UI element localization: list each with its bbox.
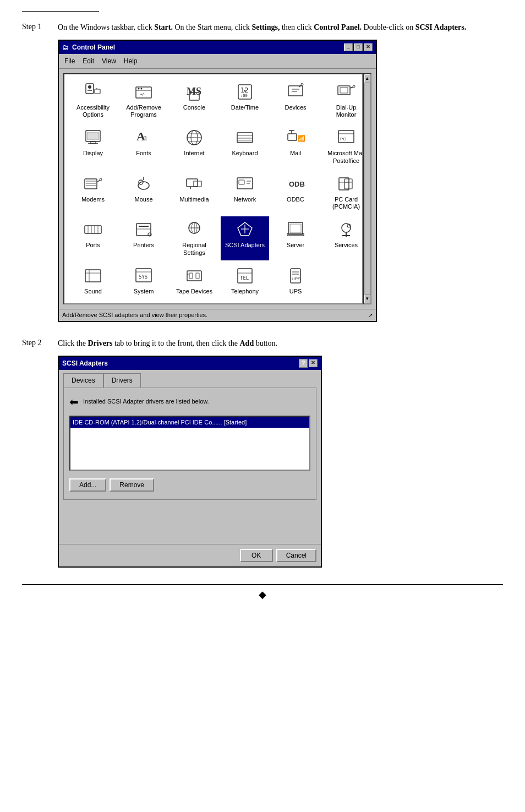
titlebar-text: Control Panel bbox=[72, 42, 115, 52]
cp-item-multimedia[interactable]: Multimedia bbox=[170, 171, 218, 214]
cp-item-odbc[interactable]: ODBCODBC bbox=[271, 171, 320, 214]
maximize-button[interactable]: □ bbox=[354, 43, 363, 51]
step1-block: Step 1 On the Windows taskbar, click Sta… bbox=[22, 21, 503, 322]
svg-point-52 bbox=[100, 178, 102, 181]
minimize-button[interactable]: _ bbox=[344, 43, 353, 51]
menu-help[interactable]: Help bbox=[121, 55, 141, 67]
cp-item-keyboard[interactable]: Keyboard bbox=[221, 124, 269, 168]
scroll-down-button[interactable]: ▼ bbox=[364, 295, 370, 303]
cp-item-accessibility-options[interactable]: Accessibility Options bbox=[69, 79, 117, 122]
close-button[interactable]: ✕ bbox=[364, 43, 373, 51]
cp-item-pc-card-(pcmcia)[interactable]: PC Card (PCMCIA) bbox=[322, 171, 363, 214]
control-panel-titlebar: 🗂 Control Panel _ □ ✕ bbox=[59, 41, 376, 54]
tab-drivers[interactable]: Drivers bbox=[103, 373, 141, 388]
cp-item-fonts[interactable]: AaFonts bbox=[119, 124, 168, 168]
cp-label-11: Microsoft Mail Postoffice bbox=[327, 150, 363, 164]
cp-icon-2: MS bbox=[184, 82, 204, 102]
statusbar-text: Add/Remove SCSI adapters and view their … bbox=[62, 310, 207, 320]
svg-point-15 bbox=[244, 90, 246, 92]
cp-item-add/remove-programs[interactable]: +/-Add/Remove Programs bbox=[119, 79, 168, 122]
cp-label-8: Internet bbox=[184, 150, 204, 157]
cp-icon-25: SYS bbox=[134, 266, 154, 286]
cp-label-25: System bbox=[134, 288, 154, 295]
scsi-drivers-list[interactable]: IDE CD-ROM (ATAPI 1.2)/Dual-channel PCI … bbox=[69, 416, 310, 471]
cp-label-12: Modems bbox=[81, 196, 105, 203]
svg-point-8 bbox=[141, 88, 143, 90]
cp-item-ports[interactable]: Ports bbox=[69, 216, 117, 260]
cp-item-date/time[interactable]: 12:00Date/Time bbox=[221, 79, 269, 122]
svg-rect-40 bbox=[288, 134, 297, 140]
cp-item-internet[interactable]: Internet bbox=[170, 124, 218, 168]
svg-text:+/-: +/- bbox=[140, 92, 145, 97]
cp-item-mail[interactable]: 📶Mail bbox=[271, 124, 320, 168]
cp-item-server[interactable]: Server bbox=[271, 216, 320, 260]
svg-rect-73 bbox=[136, 224, 151, 236]
cp-item-sound[interactable]: Sound bbox=[69, 263, 117, 299]
svg-rect-85 bbox=[290, 224, 301, 233]
cp-item-microsoft-mail-postoffice[interactable]: POMicrosoft Mail Postoffice bbox=[322, 124, 363, 168]
cp-icon-16: ODBC bbox=[286, 174, 305, 194]
cp-label-0: Accessibility Options bbox=[76, 104, 110, 118]
step2-label: Step 2 bbox=[22, 339, 58, 347]
scsi-close-button[interactable]: ✕ bbox=[309, 359, 318, 367]
tab-devices[interactable]: Devices bbox=[63, 373, 103, 388]
divider-line bbox=[22, 11, 99, 12]
cp-label-19: Printers bbox=[133, 242, 154, 249]
cp-item-tape-devices[interactable]: Tape Devices bbox=[170, 263, 218, 299]
cp-item-display[interactable]: Display bbox=[69, 124, 117, 168]
step2-block: Step 2 Click the Drivers tab to bring it… bbox=[22, 337, 503, 568]
step1-text: On the Windows taskbar, click Start. On … bbox=[58, 21, 503, 322]
cp-item-printers[interactable]: Printers bbox=[119, 216, 168, 260]
cp-icon-28: UPS bbox=[286, 266, 305, 286]
svg-point-7 bbox=[138, 88, 140, 90]
help-button[interactable]: ? bbox=[299, 359, 308, 368]
step2-mid: tab to bring it to the front, then click… bbox=[113, 339, 240, 347]
cp-item-network[interactable]: Network bbox=[221, 171, 269, 214]
cp-item-devices[interactable]: Devices bbox=[271, 79, 320, 122]
cp-label-1: Add/Remove Programs bbox=[126, 104, 161, 118]
step1-text-mid3: Double-click on bbox=[362, 23, 415, 31]
control-panel-window: 🗂 Control Panel _ □ ✕ File Edit View Hel… bbox=[58, 40, 377, 322]
cp-label-14: Multimedia bbox=[179, 196, 209, 203]
svg-text:a: a bbox=[143, 133, 147, 142]
ok-button[interactable]: OK bbox=[240, 549, 273, 562]
step1-text-pre: On the Windows taskbar, click bbox=[58, 23, 154, 31]
svg-text:TEL: TEL bbox=[240, 275, 249, 281]
cp-icon-21 bbox=[235, 220, 255, 239]
cp-icon-14 bbox=[184, 174, 204, 194]
scsi-action-buttons: Add... Remove bbox=[69, 476, 310, 494]
cp-item-modems[interactable]: Modems bbox=[69, 171, 117, 214]
scroll-up-button[interactable]: ▲ bbox=[364, 74, 370, 83]
svg-text:📶: 📶 bbox=[298, 134, 305, 142]
cp-item-regional-settings[interactable]: Regional Settings bbox=[170, 216, 218, 260]
cp-icon-24 bbox=[83, 266, 103, 286]
menu-edit[interactable]: Edit bbox=[79, 55, 97, 67]
cp-item-telephony[interactable]: TELTelephony bbox=[221, 263, 269, 299]
resize-handle[interactable]: ↗ bbox=[368, 311, 373, 319]
scsi-tabs: Devices Drivers bbox=[59, 370, 321, 388]
menu-file[interactable]: File bbox=[61, 55, 78, 67]
cp-icon-22 bbox=[286, 220, 305, 239]
svg-text:PO: PO bbox=[340, 137, 347, 141]
scrollbar[interactable]: ▲ ▼ bbox=[363, 73, 371, 304]
svg-rect-59 bbox=[237, 178, 253, 189]
cp-label-18: Ports bbox=[86, 242, 100, 249]
cp-item-scsi-adapters[interactable]: SCSI Adapters bbox=[221, 216, 269, 260]
cp-item-ups[interactable]: UPSUPS bbox=[271, 263, 320, 299]
cp-item-mouse[interactable]: Mouse bbox=[119, 171, 168, 214]
cp-item-services[interactable]: Services bbox=[322, 216, 363, 260]
cp-label-15: Network bbox=[234, 196, 256, 203]
step1-bold2: Settings, bbox=[251, 23, 280, 31]
remove-button[interactable]: Remove bbox=[110, 478, 154, 492]
cp-icon-0 bbox=[83, 82, 103, 102]
cp-item-dial-up-monitor[interactable]: Dial-Up Monitor bbox=[322, 79, 363, 122]
cp-item-system[interactable]: SYSSystem bbox=[119, 263, 168, 299]
step1-bold3: Control Panel. bbox=[314, 23, 362, 31]
add-button[interactable]: Add... bbox=[69, 478, 106, 492]
cp-icon-26 bbox=[184, 266, 204, 286]
menu-view[interactable]: View bbox=[99, 55, 119, 67]
scsi-list-item[interactable]: IDE CD-ROM (ATAPI 1.2)/Dual-channel PCI … bbox=[70, 417, 309, 428]
cp-item-console[interactable]: MSConsole bbox=[170, 79, 218, 122]
svg-rect-60 bbox=[239, 180, 244, 184]
cancel-button[interactable]: Cancel bbox=[276, 549, 316, 562]
